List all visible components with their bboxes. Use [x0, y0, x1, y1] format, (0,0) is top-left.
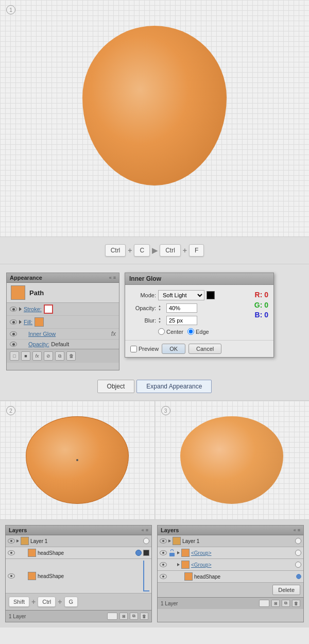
- footer-search-right[interactable]: [259, 600, 269, 607]
- f-key: F: [189, 244, 204, 257]
- stroke-eye-icon[interactable]: [10, 307, 17, 312]
- preview-check[interactable]: [130, 346, 137, 352]
- edge-radio-label[interactable]: Edge: [187, 328, 209, 335]
- blur-input[interactable]: [166, 316, 197, 325]
- layer1-row-right: Layer 1: [158, 535, 303, 547]
- headshape-color-right: [184, 572, 193, 581]
- copy-btn[interactable]: ⧉: [55, 351, 64, 361]
- fill-swatch[interactable]: [35, 317, 44, 327]
- mode-label: Mode:: [130, 292, 156, 298]
- layers-controls-right: « ≡: [294, 528, 300, 533]
- panel-collapse-btn[interactable]: «: [109, 275, 112, 280]
- stroke-swatch[interactable]: [44, 304, 53, 314]
- footer-search-left[interactable]: [107, 613, 117, 620]
- headshape2-color-left: [28, 572, 36, 580]
- no-btn[interactable]: ⊘: [44, 351, 53, 361]
- headshape-eye-right[interactable]: [160, 574, 167, 579]
- headshape1-color-left: [28, 549, 36, 557]
- canvas-step3: 3: [155, 401, 310, 519]
- inner-glow-eye-icon[interactable]: [10, 331, 17, 336]
- group2-circle-right[interactable]: [295, 562, 301, 568]
- color-swatch-black[interactable]: [207, 291, 215, 299]
- opacity-label[interactable]: Opacity:: [28, 341, 49, 347]
- footer-btn-1-left[interactable]: ⊞: [119, 613, 128, 620]
- group1-circle-right[interactable]: [295, 550, 301, 556]
- stroke-label[interactable]: Stroke:: [24, 306, 42, 312]
- group1-eye-right[interactable]: [160, 550, 167, 555]
- layer1-circle-left[interactable]: [143, 538, 149, 544]
- layer1-expand-left[interactable]: [16, 539, 19, 543]
- opacity-dialog-row: Opacity: ▲ ▼: [130, 303, 235, 313]
- layers-shortcuts-left: Shift + Ctrl + G: [6, 594, 151, 610]
- center-radio-label[interactable]: Center: [158, 328, 183, 335]
- center-radio[interactable]: [158, 328, 165, 335]
- group2-eye-right[interactable]: [160, 562, 167, 567]
- edge-radio[interactable]: [187, 328, 194, 335]
- layers-footer-left: 1 Layer ⊞ ⧉ 🗑: [6, 610, 151, 622]
- preview-checkbox[interactable]: Preview: [130, 346, 159, 352]
- plus-2: +: [183, 246, 187, 255]
- headshape2-row-left: headShape: [6, 559, 151, 594]
- layer1-eye-left[interactable]: [8, 538, 15, 544]
- fill-label[interactable]: Fill:: [24, 319, 32, 325]
- layer1-color-right: [173, 537, 181, 545]
- headshape1-select-left[interactable]: [135, 550, 142, 556]
- layers-menu-left[interactable]: ≡: [146, 528, 148, 533]
- headshape2-eye-left[interactable]: [8, 573, 15, 579]
- filled-square-btn[interactable]: ■: [21, 351, 30, 361]
- dialog-left: Mode: Soft Light Opacity: ▲ ▼: [130, 290, 235, 335]
- mode-row: Mode: Soft Light: [130, 290, 235, 300]
- action-buttons-area: Object Expand Appearance: [0, 376, 309, 401]
- fill-expand-icon[interactable]: [19, 320, 22, 324]
- radio-group: Center Edge: [158, 328, 235, 335]
- dialog-body: Mode: Soft Light Opacity: ▲ ▼: [125, 285, 273, 340]
- arrow-sign: ▶: [152, 246, 158, 255]
- layers-collapse-left[interactable]: «: [142, 528, 144, 533]
- layer-count-right: 1 Layer: [161, 601, 178, 606]
- mode-select[interactable]: Soft Light: [158, 290, 204, 300]
- layer1-eye-right[interactable]: [160, 538, 167, 544]
- opacity-eye-icon[interactable]: [10, 342, 17, 347]
- step-3-number: 3: [161, 406, 170, 415]
- stroke-row: Stroke:: [7, 303, 119, 316]
- group1-expand-right[interactable]: [177, 551, 180, 554]
- layer1-circle-right[interactable]: [295, 538, 301, 544]
- footer-btn-1-right[interactable]: ⊞: [271, 600, 280, 607]
- layer1-expand-right[interactable]: [168, 539, 171, 543]
- opacity-stepper[interactable]: ▲ ▼: [158, 304, 164, 312]
- blur-label: Blur:: [130, 317, 156, 324]
- footer-btn-2-left[interactable]: ⧉: [130, 613, 138, 620]
- cancel-button[interactable]: Cancel: [188, 344, 221, 354]
- layers-collapse-right[interactable]: «: [294, 528, 296, 533]
- expand-appearance-button[interactable]: Expand Appearance: [136, 380, 212, 393]
- footer-btn-3-right[interactable]: 🗑: [292, 600, 300, 607]
- trash-btn[interactable]: 🗑: [66, 351, 76, 361]
- lock-icon-1[interactable]: [168, 549, 176, 556]
- headshape2-name-left: headShape: [38, 573, 142, 579]
- appearance-titlebar: Appearance « ≡: [7, 273, 119, 283]
- fx-icon[interactable]: fx: [111, 330, 116, 337]
- stroke-expand-icon[interactable]: [19, 307, 22, 311]
- square-border-btn[interactable]: □: [10, 351, 19, 361]
- layers-menu-right[interactable]: ≡: [298, 528, 300, 533]
- group1-row-right: <Group>: [158, 547, 303, 559]
- blur-stepper[interactable]: ▲ ▼: [158, 317, 164, 324]
- ok-button[interactable]: OK: [162, 344, 185, 354]
- fill-eye-icon[interactable]: [10, 319, 17, 325]
- footer-btn-2-right[interactable]: ⧉: [282, 600, 290, 607]
- footer-btn-3-left[interactable]: 🗑: [140, 613, 148, 620]
- b-value: B: 0: [254, 310, 268, 320]
- delete-button[interactable]: Delete: [272, 585, 300, 595]
- panel-menu-btn[interactable]: ≡: [113, 275, 116, 280]
- headshape-select-right[interactable]: [296, 574, 301, 579]
- inner-glow-label[interactable]: Inner Glow: [28, 331, 56, 337]
- headshape1-eye-left[interactable]: [8, 550, 15, 555]
- object-button[interactable]: Object: [97, 380, 135, 393]
- headshape1-target-left[interactable]: [143, 550, 149, 556]
- layer1-row-left: Layer 1: [6, 535, 151, 547]
- group1-name-right: <Group>: [191, 550, 294, 556]
- fx-btn[interactable]: fx: [32, 351, 42, 361]
- opacity-input[interactable]: [166, 303, 197, 313]
- path-color-swatch[interactable]: [11, 285, 25, 300]
- group2-expand-right[interactable]: [177, 563, 180, 566]
